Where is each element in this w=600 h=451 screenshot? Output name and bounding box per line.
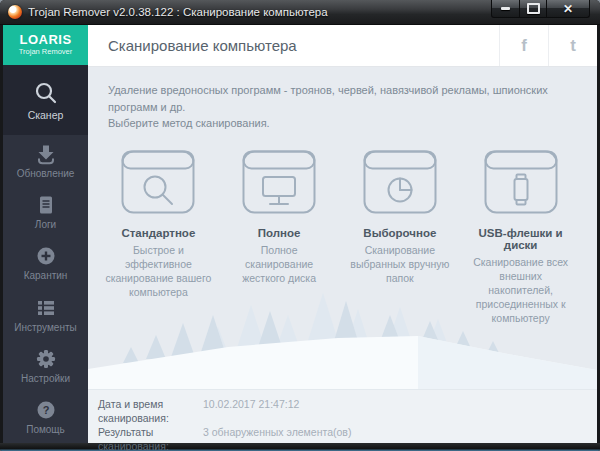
document-icon [35,194,57,216]
minimize-button[interactable] [491,0,520,18]
twitter-button[interactable]: t [548,25,597,66]
scan-description-line2: Выберите метод сканирования. [108,115,567,132]
minimize-icon [501,7,510,10]
sidebar-item-logs[interactable]: Логи [3,186,88,237]
svg-text:?: ? [42,404,49,416]
window-controls: ✕ [491,0,590,18]
facebook-button[interactable]: f [499,25,548,66]
scan-mode-title: USB-флешки и диски [467,227,574,251]
usb-drive-icon [484,150,558,214]
sidebar-item-label: Инструменты [14,322,76,333]
sidebar: LOARIS Trojan Remover Сканер Обновление [3,25,88,443]
maximize-icon [527,3,540,14]
facebook-icon: f [521,36,527,56]
scan-mode-usb[interactable]: USB-флешки и диски Сканирование всех вне… [460,150,581,326]
summary-label: Дата и время сканирования: [98,397,203,425]
scan-description-line1: Удаление вредоносных программ - троянов,… [108,82,567,115]
summary-value: 10.02.2017 21:47:12 [203,397,299,425]
sidebar-item-label: Сканер [28,109,64,121]
scan-mode-title: Выборочное [363,227,436,239]
sidebar-item-label: Помощь [26,424,65,435]
main-panel: Сканирование компьютера f t Удаление вре… [88,25,597,443]
app-logo-icon [8,5,22,19]
quarantine-plus-icon [35,245,57,267]
scan-mode-full[interactable]: Полное Полное сканирование жесткого диск… [219,150,340,326]
scan-body: Удаление вредоносных программ - троянов,… [88,67,597,389]
summary-row-date: Дата и время сканирования: 10.02.2017 21… [98,397,597,425]
app-window: Trojan Remover v2.0.38.122 : Сканировани… [0,0,600,451]
title-bar[interactable]: Trojan Remover v2.0.38.122 : Сканировани… [0,0,600,25]
sidebar-item-label: Обновление [17,168,75,179]
sidebar-item-help[interactable]: ? Помощь [3,392,88,443]
monitor-icon [242,150,316,214]
logo-brand: LOARIS [3,33,88,48]
twitter-icon: t [570,36,576,56]
summary-label: Результаты сканирования: [98,425,203,451]
magnifier-icon [121,150,195,214]
summary-value: 3 обнаруженных элемента(ов) [203,425,351,451]
sidebar-item-scanner[interactable]: Сканер [3,65,88,135]
download-icon [35,143,57,165]
maximize-button[interactable] [520,0,547,18]
tools-list-icon [35,297,57,319]
scan-mode-custom[interactable]: Выборочное Сканирование выбранных вручну… [340,150,461,326]
summary-row-results: Результаты сканирования: 3 обнаруженных … [98,425,597,451]
sidebar-item-quarantine[interactable]: Карантин [3,238,88,289]
page-header: Сканирование компьютера f t [88,25,597,67]
scan-mode-description: Быстрое и эффективное сканирование вашег… [105,243,212,300]
sidebar-item-label: Логи [35,219,56,230]
scan-description: Удаление вредоносных программ - троянов,… [88,67,597,132]
search-icon [33,80,59,106]
loaris-logo: LOARIS Trojan Remover [3,25,88,65]
scan-summary: Дата и время сканирования: 10.02.2017 21… [88,389,597,443]
scan-mode-description: Полное сканирование жесткого диска [226,243,333,286]
sidebar-item-settings[interactable]: Настройки [3,340,88,391]
scan-mode-description: Сканирование всех внешних накопителей, п… [467,255,574,326]
scan-mode-description: Сканирование выбранных вручную папок [347,243,454,286]
sidebar-item-tools[interactable]: Инструменты [3,289,88,340]
gear-icon [35,348,57,370]
sidebar-item-label: Настройки [21,373,70,384]
scan-mode-cards: Стандартное Быстрое и эффективное сканир… [88,132,597,326]
close-button[interactable]: ✕ [547,0,590,18]
sidebar-nav: Сканер Обновление [3,65,88,443]
sidebar-item-label: Карантин [24,270,68,281]
help-icon: ? [35,399,57,421]
sidebar-item-update[interactable]: Обновление [3,135,88,186]
scan-mode-title: Полное [258,227,301,239]
logo-subtitle: Trojan Remover [3,48,88,57]
close-icon: ✕ [563,3,573,15]
page-title: Сканирование компьютера [88,37,499,54]
scan-mode-title: Стандартное [121,227,195,239]
pie-chart-icon [363,150,437,214]
scan-mode-standard[interactable]: Стандартное Быстрое и эффективное сканир… [98,150,219,326]
